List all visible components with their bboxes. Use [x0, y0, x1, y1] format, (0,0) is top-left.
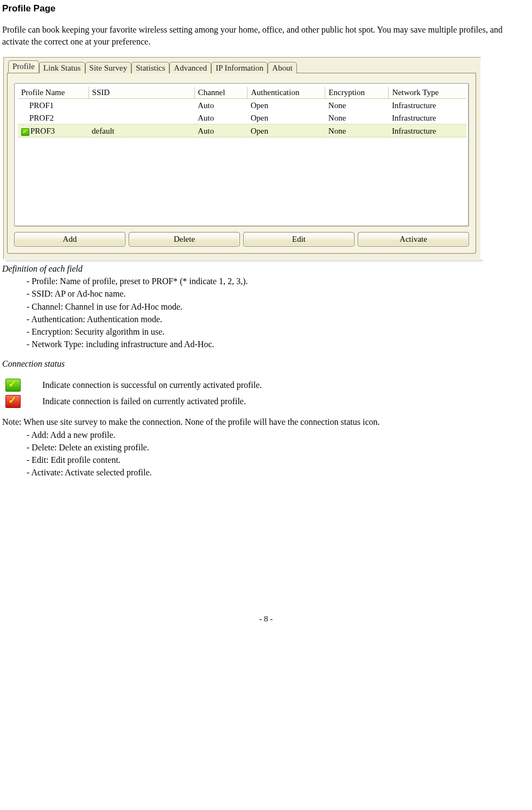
tab-advanced[interactable]: Advanced — [169, 62, 211, 73]
legend-row: Indicate connection is successful on cur… — [5, 379, 530, 392]
activate-button[interactable]: Activate — [358, 232, 469, 247]
column-header[interactable]: Authentication — [248, 87, 325, 99]
status-success-icon — [21, 128, 29, 136]
table-cell: PROF2 — [18, 111, 88, 124]
tab-ip-information[interactable]: IP Information — [211, 62, 268, 73]
page-title: Profile Page — [2, 3, 530, 14]
button-row: AddDeleteEditActivate — [14, 232, 469, 247]
table-cell: Auto — [194, 99, 248, 112]
note-item: Edit: Edit profile content. — [27, 454, 530, 466]
column-header[interactable]: Network Type — [389, 87, 466, 99]
tab-strip: ProfileLink StatusSite SurveyStatisticsA… — [7, 60, 476, 73]
table-cell: Open — [248, 111, 325, 124]
table-cell: None — [325, 99, 389, 112]
edit-button[interactable]: Edit — [243, 232, 354, 247]
definition-item: Profile: Name of profile, preset to PROF… — [27, 275, 530, 287]
tab-profile[interactable]: Profile — [8, 60, 39, 73]
definition-item: SSID: AP or Ad-hoc name. — [27, 287, 530, 300]
note-item: Delete: Delete an existing profile. — [27, 441, 530, 454]
column-header[interactable]: Profile Name — [18, 87, 88, 99]
page-number: - 8 - — [2, 614, 530, 624]
legend-row: Indicate connection is failed on current… — [5, 395, 530, 408]
definitions-heading: Definition of each field — [2, 264, 530, 274]
add-button[interactable]: Add — [14, 232, 125, 247]
tab-link-status[interactable]: Link Status — [39, 62, 85, 73]
definitions-list: Profile: Name of profile, preset to PROF… — [27, 275, 530, 350]
legend-text: Indicate connection is successful on cur… — [42, 380, 262, 390]
note-lead: Note: When use site survey to make the c… — [2, 416, 530, 428]
table-row[interactable]: PROF3defaultAutoOpenNoneInfrastructure — [18, 124, 466, 137]
tab-statistics[interactable]: Statistics — [131, 62, 169, 73]
table-cell: Infrastructure — [389, 111, 466, 124]
definition-item: Encryption: Security algorithm in use. — [27, 325, 530, 338]
definition-item: Network Type: including infrastructure a… — [27, 338, 530, 350]
note-item: Activate: Activate selected profile. — [27, 466, 530, 479]
table-row[interactable]: PROF1AutoOpenNoneInfrastructure — [18, 99, 466, 112]
profile-list-panel: Profile NameSSIDChannelAuthenticationEnc… — [14, 83, 469, 227]
profile-table: Profile NameSSIDChannelAuthenticationEnc… — [18, 87, 466, 223]
table-cell: None — [325, 111, 389, 124]
column-header[interactable]: SSID — [88, 87, 194, 99]
legend-block: Indicate connection is successful on cur… — [2, 379, 530, 408]
definition-item: Authentication: Authentication mode. — [27, 313, 530, 325]
tab-body: Profile NameSSIDChannelAuthenticationEnc… — [7, 73, 476, 254]
definition-item: Channel: Channel in use for Ad-Hoc mode. — [27, 300, 530, 313]
status-fail-icon — [5, 395, 21, 408]
app-window: ProfileLink StatusSite SurveyStatisticsA… — [3, 57, 481, 260]
table-cell: None — [325, 124, 389, 137]
connection-status-heading: Connection status — [2, 359, 530, 369]
note-block: Note: When use site survey to make the c… — [2, 416, 530, 479]
tab-about[interactable]: About — [268, 62, 297, 73]
delete-button[interactable]: Delete — [129, 232, 240, 247]
table-cell: Open — [248, 124, 325, 137]
legend-text: Indicate connection is failed on current… — [42, 397, 246, 406]
table-cell: PROF3 — [18, 124, 88, 137]
table-cell: Open — [248, 99, 325, 112]
table-cell: Auto — [194, 124, 248, 137]
column-header[interactable]: Channel — [194, 87, 248, 99]
table-cell: Infrastructure — [389, 124, 466, 137]
table-cell: default — [88, 124, 194, 137]
tab-site-survey[interactable]: Site Survey — [85, 62, 132, 73]
table-cell: PROF1 — [18, 99, 88, 112]
table-cell — [88, 111, 194, 124]
status-success-icon — [5, 379, 21, 392]
table-row[interactable]: PROF2AutoOpenNoneInfrastructure — [18, 111, 466, 124]
note-item: Add: Add a new profile. — [27, 429, 530, 441]
intro-paragraph: Profile can book keeping your favorite w… — [2, 24, 530, 47]
column-header[interactable]: Encryption — [325, 87, 389, 99]
table-cell: Auto — [194, 111, 248, 124]
table-cell: Infrastructure — [389, 99, 466, 112]
table-cell — [88, 99, 194, 112]
